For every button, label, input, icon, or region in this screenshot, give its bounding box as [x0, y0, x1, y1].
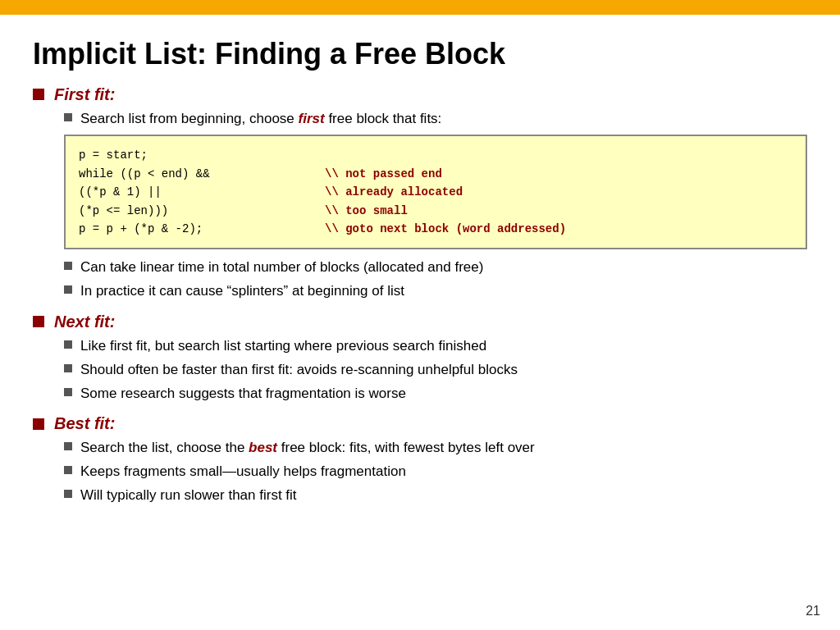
bullet-best-fit: [33, 418, 44, 430]
sub-bullet: [64, 113, 72, 121]
sub-item-next-fit-1: Should often be faster than first fit: a…: [64, 360, 807, 380]
sub-items-next-fit: Like first fit, but search list starting…: [64, 336, 807, 403]
code-line-3: (*p <= len))) \\ too small: [79, 202, 792, 220]
code-right-4: \\ goto next block (word addressed): [325, 220, 566, 238]
section-first-fit: First fit: Search list from beginning, c…: [33, 85, 807, 301]
sub-item-first-fit-1: Can take linear time in total number of …: [64, 258, 807, 277]
sub-text-best-fit-2: Will typically run slower than first fit: [80, 486, 297, 505]
sub-bullet: [64, 285, 72, 294]
sub-bullet: [64, 466, 72, 474]
code-right-3: \\ too small: [325, 202, 408, 220]
section-next-fit: Next fit: Like first fit, but search lis…: [33, 313, 807, 403]
code-line-1: while ((p < end) && \\ not passed end: [79, 165, 792, 183]
code-line-4: p = p + (*p & -2); \\ goto next block (w…: [79, 220, 792, 238]
code-left-3: (*p <= len))): [79, 202, 292, 220]
code-block: p = start; while ((p < end) && \\ not pa…: [64, 135, 807, 249]
section-title-next-fit: Next fit:: [54, 313, 115, 331]
section-header-best-fit: Best fit:: [33, 414, 807, 433]
sub-bullet: [64, 262, 72, 270]
code-line-0: p = start;: [79, 146, 792, 164]
section-title-first-fit: First fit:: [54, 85, 115, 104]
sub-text-first-fit-1: Can take linear time in total number of …: [80, 258, 483, 277]
sub-item-best-fit-0: Search the list, choose the best free bl…: [64, 438, 807, 458]
code-left-0: p = start;: [79, 146, 292, 164]
sub-text-next-fit-2: Some research suggests that fragmentatio…: [80, 384, 406, 404]
page-number: 21: [806, 604, 820, 619]
sub-text-next-fit-1: Should often be faster than first fit: a…: [80, 360, 518, 380]
sub-item-next-fit-2: Some research suggests that fragmentatio…: [64, 384, 807, 404]
sub-text-next-fit-0: Like first fit, but search list starting…: [80, 336, 486, 356]
sub-item-best-fit-2: Will typically run slower than first fit: [64, 486, 807, 505]
section-title-best-fit: Best fit:: [54, 414, 115, 433]
top-bar: [0, 0, 840, 15]
code-left-2: ((*p & 1) ||: [79, 183, 292, 201]
sub-bullet: [64, 442, 72, 450]
sub-item-best-fit-1: Keeps fragments small—usually helps frag…: [64, 462, 807, 482]
sub-item-first-fit-0: Search list from beginning, choose first…: [64, 109, 807, 129]
sub-item-next-fit-0: Like first fit, but search list starting…: [64, 336, 807, 356]
section-header-next-fit: Next fit:: [33, 313, 807, 331]
code-right-1: \\ not passed end: [325, 165, 442, 183]
sub-item-first-fit-2: In practice it can cause “splinters” at …: [64, 281, 807, 301]
sub-items-best-fit: Search the list, choose the best free bl…: [64, 438, 807, 504]
sub-text-first-fit-2: In practice it can cause “splinters” at …: [80, 281, 404, 301]
section-header-first-fit: First fit:: [33, 85, 807, 104]
code-line-2: ((*p & 1) || \\ already allocated: [79, 183, 792, 201]
code-right-2: \\ already allocated: [325, 183, 463, 201]
slide-content: Implicit List: Finding a Free Block Firs…: [0, 15, 840, 533]
sub-bullet: [64, 490, 72, 498]
bullet-first-fit: [33, 89, 44, 100]
bullet-next-fit: [33, 316, 44, 327]
sub-text-best-fit-0: Search the list, choose the best free bl…: [80, 438, 535, 458]
sub-text-first-fit-0: Search list from beginning, choose first…: [80, 109, 441, 129]
slide-title: Implicit List: Finding a Free Block: [33, 38, 807, 71]
code-left-4: p = p + (*p & -2);: [79, 220, 292, 238]
section-best-fit: Best fit: Search the list, choose the be…: [33, 414, 807, 504]
sub-items-first-fit: Search list from beginning, choose first…: [64, 109, 807, 301]
sub-text-best-fit-1: Keeps fragments small—usually helps frag…: [80, 462, 406, 482]
sub-bullet: [64, 364, 72, 372]
sub-bullet: [64, 340, 72, 349]
sub-bullet: [64, 388, 72, 396]
code-left-1: while ((p < end) &&: [79, 165, 292, 183]
